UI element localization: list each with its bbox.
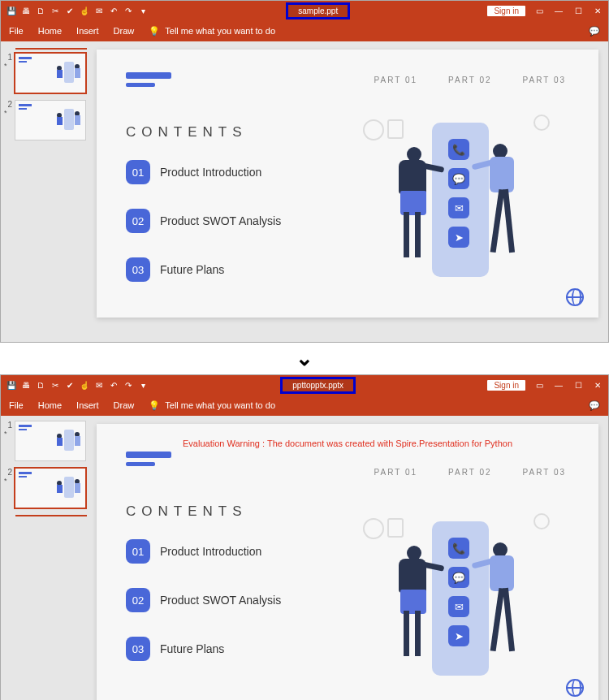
redo-icon[interactable]: ↷ [123,379,134,391]
new-icon[interactable]: 🗋 [35,379,46,391]
toc-text: Future Plans [160,642,224,655]
menu-draw[interactable]: Draw [114,26,135,36]
toc-text: Product SWOT Analysis [160,594,281,607]
qat-more-icon[interactable]: ▾ [137,5,149,16]
mail-app-icon: ✉ [448,596,469,617]
lightbulb-icon: 💡 [149,400,160,411]
print-icon[interactable]: 🖶 [20,5,32,16]
svg-rect-7 [57,117,63,125]
email-icon[interactable]: ✉ [93,379,105,391]
slide-thumb-2[interactable] [15,100,86,140]
slide-thumbnails: 1 * 2 * [1,41,90,342]
send-app-icon: ➤ [448,227,469,248]
tell-me-search[interactable]: 💡 Tell me what you want to do [149,400,275,411]
toc-number: 02 [126,588,150,612]
svg-rect-12 [57,438,63,446]
ribbon-options-icon[interactable]: ▭ [533,379,545,391]
workspace: 1 * 2 * [1,41,608,342]
logo-placeholder [126,452,569,466]
window-title: sample.ppt [286,2,350,19]
print-icon[interactable]: 🖶 [20,379,32,391]
thumb-anim-icon: * [4,477,12,485]
maximize-icon[interactable]: ☐ [572,379,584,391]
globe-icon [566,288,584,306]
slide-canvas[interactable]: PART 01 PART 02 PART 03 CONTENTS 01 Prod… [97,50,598,318]
workspace: 1 * 2 * Ev [1,416,608,700]
slide-editor[interactable]: Evaluation Warning : The document was cr… [90,416,608,700]
svg-rect-4 [75,68,80,78]
toc-number: 01 [126,160,150,184]
spellcheck-icon[interactable]: ✔ [64,379,76,391]
toc-number: 02 [126,209,150,233]
toc-text: Product Introduction [160,166,261,179]
touch-icon[interactable]: ☝ [79,5,90,16]
nav-parts: PART 01 PART 02 PART 03 [374,468,566,477]
thumb-selection-indicator [15,515,87,516]
thumb-number: 1 [4,53,12,62]
touch-icon[interactable]: ☝ [79,379,90,391]
slide-thumb-2[interactable] [15,468,86,508]
menu-file[interactable]: File [9,26,24,36]
share-icon[interactable]: 💬 [589,26,600,37]
menu-bar: File Home Insert Draw 💡 Tell me what you… [1,395,608,416]
part-link[interactable]: PART 01 [374,468,417,477]
svg-rect-15 [64,477,74,498]
slide-thumb-1[interactable] [15,53,86,93]
save-icon[interactable]: 💾 [6,379,17,391]
toc-text: Product SWOT Analysis [160,214,281,227]
undo-icon[interactable]: ↶ [108,379,119,391]
email-icon[interactable]: ✉ [93,5,105,16]
slide-thumbnails: 1 * 2 * [1,416,90,700]
thumb-number: 2 [4,100,12,109]
sign-in-button[interactable]: Sign in [487,6,525,16]
nav-parts: PART 01 PART 02 PART 03 [374,76,566,84]
cut-icon[interactable]: ✂ [50,5,61,16]
part-link[interactable]: PART 03 [523,76,566,84]
part-link[interactable]: PART 03 [523,468,566,477]
minimize-icon[interactable]: — [553,5,564,16]
mail-app-icon: ✉ [448,197,469,218]
new-icon[interactable]: 🗋 [35,5,46,16]
toc-number: 03 [126,257,150,282]
menu-draw[interactable]: Draw [114,400,135,410]
undo-icon[interactable]: ↶ [108,5,119,16]
svg-rect-19 [75,483,80,493]
menu-file[interactable]: File [9,400,24,410]
thumb-number: 2 [4,468,12,477]
maximize-icon[interactable]: ☐ [572,5,584,16]
quick-access-toolbar: 💾 🖶 🗋 ✂ ✔ ☝ ✉ ↶ ↷ ▾ [6,5,149,16]
svg-rect-10 [64,430,74,451]
ribbon-options-icon[interactable]: ▭ [533,5,545,16]
tell-me-search[interactable]: 💡 Tell me what you want to do [149,26,275,37]
window-title: ppttopptx.pptx [280,377,356,394]
slide-thumb-1[interactable] [15,421,86,461]
menu-insert[interactable]: Insert [76,400,99,410]
sign-in-button[interactable]: Sign in [487,380,525,391]
slide-illustration: 📞 💬 ✉ ➤ [330,115,574,293]
menu-insert[interactable]: Insert [76,26,99,36]
cut-icon[interactable]: ✂ [50,379,61,391]
spellcheck-icon[interactable]: ✔ [64,5,76,16]
save-icon[interactable]: 💾 [6,5,17,16]
close-icon[interactable]: ✕ [592,5,603,16]
menu-home[interactable]: Home [38,26,62,36]
slide-editor[interactable]: PART 01 PART 02 PART 03 CONTENTS 01 Prod… [90,41,608,342]
close-icon[interactable]: ✕ [592,379,603,391]
redo-icon[interactable]: ↷ [123,5,134,16]
slide-canvas[interactable]: Evaluation Warning : The document was cr… [97,424,598,700]
menu-home[interactable]: Home [38,400,62,410]
share-icon[interactable]: 💬 [589,400,600,411]
qat-more-icon[interactable]: ▾ [137,379,149,391]
toc-text: Future Plans [160,263,224,276]
minimize-icon[interactable]: — [553,379,564,391]
evaluation-warning: Evaluation Warning : The document was cr… [126,439,569,448]
part-link[interactable]: PART 02 [448,468,491,477]
send-app-icon: ➤ [448,625,469,646]
chat-app-icon: 💬 [448,168,469,189]
part-link[interactable]: PART 02 [448,76,491,84]
svg-rect-9 [75,115,80,125]
quick-access-toolbar: 💾 🖶 🗋 ✂ ✔ ☝ ✉ ↶ ↷ ▾ [6,379,149,391]
powerpoint-window-top: 💾 🖶 🗋 ✂ ✔ ☝ ✉ ↶ ↷ ▾ sample.ppt Sign in ▭… [0,0,609,343]
part-link[interactable]: PART 01 [374,76,417,84]
svg-rect-5 [64,109,74,130]
